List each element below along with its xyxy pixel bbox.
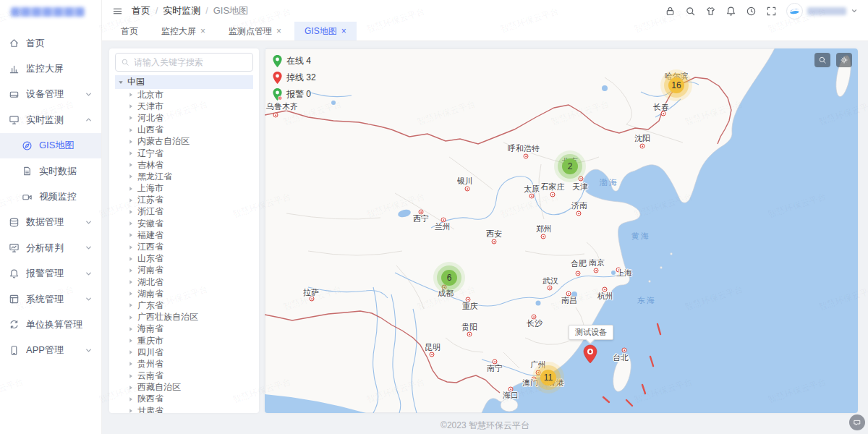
sidebar-item-dashboard[interactable]: 监控大屏 — [0, 56, 101, 81]
lock-icon[interactable] — [665, 6, 676, 17]
tab-GIS地图[interactable]: GIS地图× — [294, 22, 357, 41]
tree-node-province[interactable]: 山西省 — [115, 124, 253, 136]
caret-right-icon — [128, 221, 134, 226]
tree-node-province[interactable]: 山东省 — [115, 253, 253, 265]
sidebar-item-analysis[interactable]: 分析研判 — [0, 235, 101, 260]
sidebar-item-system-mgmt[interactable]: 系统管理 — [0, 286, 101, 312]
city-label: 天津 — [572, 182, 588, 192]
tree-node-province[interactable]: 黑龙江省 — [115, 171, 253, 182]
caret-right-icon — [128, 326, 134, 332]
tree-node-province[interactable]: 江西省 — [115, 241, 253, 252]
map-search-button[interactable] — [814, 53, 830, 67]
search-icon — [818, 56, 827, 64]
sidebar-item-home[interactable]: 首页 — [0, 30, 101, 56]
tree-node-province[interactable]: 内蒙古自治区 — [115, 136, 253, 148]
tree-node-province[interactable]: 北京市 — [115, 89, 253, 101]
tab-监测点管理[interactable]: 监测点管理× — [218, 22, 292, 41]
tree-node-province[interactable]: 湖南省 — [115, 288, 253, 299]
map-controls — [814, 53, 852, 67]
sidebar-item-realtime-monitor[interactable]: 实时监测 — [0, 107, 101, 132]
close-icon[interactable]: × — [341, 27, 346, 35]
chat-fab-button[interactable] — [849, 414, 865, 430]
tree-node-province[interactable]: 吉林省 — [115, 159, 253, 171]
fullscreen-icon[interactable] — [766, 6, 777, 17]
search-input[interactable] — [115, 53, 253, 72]
device-cluster-marker[interactable]: 2 — [562, 158, 578, 174]
bell-icon — [9, 268, 20, 279]
region-tree-panel: 中国北京市天津市河北省山西省内蒙古自治区辽宁省吉林省黑龙江省上海市江苏省浙江省安… — [109, 48, 259, 413]
city-label: 银川 — [457, 176, 473, 187]
gis-compass-icon — [22, 140, 33, 151]
tree-node-province[interactable]: 陕西省 — [115, 393, 253, 405]
device-cluster-marker[interactable]: 16 — [668, 77, 684, 93]
close-icon[interactable]: × — [200, 27, 205, 35]
tree-node-province[interactable]: 河南省 — [115, 265, 253, 276]
pin-alarm-icon — [272, 88, 283, 101]
sidebar-item-label: 监控大屏 — [26, 62, 93, 75]
sidebar-item-app-mgmt[interactable]: APP管理 — [0, 338, 101, 363]
tree-node-province[interactable]: 河北省 — [115, 112, 253, 124]
search-icon[interactable] — [685, 6, 696, 17]
tab-bar: 首页监控大屏×监测点管理×GIS地图× — [102, 22, 868, 41]
sidebar-item-alarm-mgmt[interactable]: 报警管理 — [0, 261, 101, 286]
tree-node-province[interactable]: 安徽省 — [115, 218, 253, 229]
tree-node-province[interactable]: 云南省 — [115, 370, 253, 382]
caret-down-icon — [85, 295, 93, 303]
tree-node-province[interactable]: 上海市 — [115, 183, 253, 195]
user-menu[interactable] — [786, 3, 858, 20]
breadcrumb-separator: / — [200, 6, 213, 16]
city-label: 乌鲁木齐 — [266, 101, 298, 112]
hamburger-icon[interactable] — [112, 6, 123, 17]
sidebar-item-label: APP管理 — [26, 344, 85, 357]
city-marker-dot — [594, 268, 599, 273]
device-cluster-marker[interactable]: 6 — [441, 270, 457, 286]
tree-node-province[interactable]: 广西壮族自治区 — [115, 312, 253, 323]
sidebar-item-realtime-data[interactable]: 实时数据 — [0, 158, 101, 184]
sidebar-item-device-mgmt[interactable]: 设备管理 — [0, 82, 101, 107]
tree-node-province[interactable]: 重庆市 — [115, 335, 253, 346]
breadcrumb-item: GIS地图 — [213, 4, 248, 17]
tree-node-province[interactable]: 西藏自治区 — [115, 382, 253, 393]
gis-map[interactable]: 乌鲁木齐哈尔滨长春沈阳呼和浩特北京银川太原石家庄天津济南西宁兰州郑州西安合肥南京… — [265, 48, 858, 413]
tree-node-province[interactable]: 辽宁省 — [115, 148, 253, 159]
city-label: 澳门 — [522, 378, 538, 388]
tree-node-province[interactable]: 四川省 — [115, 346, 253, 358]
tree-node-label: 吉林省 — [137, 159, 163, 171]
tab-首页[interactable]: 首页 — [111, 22, 148, 41]
device-cluster-marker[interactable]: 11 — [540, 370, 556, 386]
tree-node-province[interactable]: 江苏省 — [115, 195, 253, 206]
tree-node-province[interactable]: 福建省 — [115, 229, 253, 241]
tab-监控大屏[interactable]: 监控大屏× — [151, 22, 216, 41]
breadcrumb-item[interactable]: 首页 — [132, 4, 150, 17]
city-marker-dot — [524, 154, 529, 159]
theme-shirt-icon[interactable] — [705, 6, 716, 17]
device-pin-marker[interactable] — [582, 344, 598, 365]
bell-icon[interactable] — [726, 6, 736, 17]
tree-node-province[interactable]: 贵州省 — [115, 358, 253, 370]
tree-root-label: 中国 — [127, 76, 145, 88]
monitor-icon — [9, 114, 20, 125]
tree-node-label: 黑龙江省 — [137, 171, 172, 183]
tree-node-province[interactable]: 海南省 — [115, 323, 253, 335]
tree-node-province[interactable]: 甘肃省 — [115, 405, 253, 413]
city-label: 南昌 — [561, 295, 577, 306]
sidebar-item-video-monitor[interactable]: 视频监控 — [0, 184, 101, 209]
tree-node-label: 四川省 — [137, 346, 163, 359]
breadcrumb-item[interactable]: 实时监测 — [163, 4, 200, 17]
app-icon — [9, 345, 20, 356]
city-label: 合肥 — [571, 258, 587, 269]
caret-right-icon — [128, 385, 134, 391]
sidebar-item-gis-map[interactable]: GIS地图 — [0, 133, 101, 158]
sidebar-item-unit-convert[interactable]: 单位换算管理 — [0, 312, 101, 337]
sidebar-item-data-mgmt[interactable]: 数据管理 — [0, 210, 101, 235]
tree-node-province[interactable]: 天津市 — [115, 101, 253, 112]
analysis-icon — [9, 242, 20, 253]
map-layers-button[interactable] — [836, 53, 852, 67]
close-icon[interactable]: × — [276, 27, 281, 35]
clock-icon[interactable] — [746, 6, 757, 17]
header-actions — [665, 3, 858, 20]
tree-node-root[interactable]: 中国 — [115, 75, 253, 89]
tree-node-province[interactable]: 浙江省 — [115, 206, 253, 218]
tree-node-province[interactable]: 湖北省 — [115, 276, 253, 288]
tree-node-province[interactable]: 广东省 — [115, 299, 253, 311]
